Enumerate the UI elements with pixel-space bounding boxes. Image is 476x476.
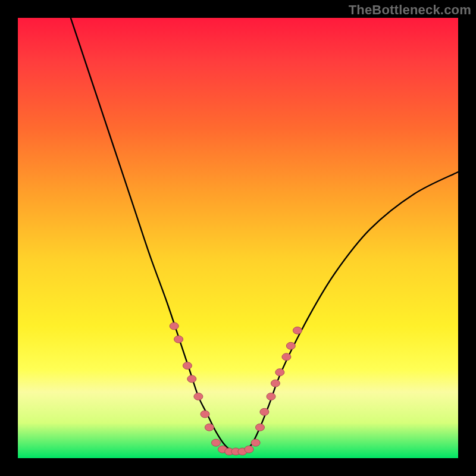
marker-group (170, 322, 302, 455)
data-marker (245, 446, 253, 453)
watermark-text: TheBottleneck.com (349, 2, 471, 18)
chart-svg (18, 18, 458, 458)
data-marker (174, 336, 183, 343)
chart-frame: TheBottleneck.com (0, 0, 476, 476)
data-marker (205, 424, 214, 431)
plot-area (18, 18, 458, 458)
data-marker (194, 393, 203, 400)
data-marker (271, 380, 280, 387)
bottleneck-curve-path (71, 18, 458, 452)
data-marker (260, 408, 269, 415)
data-marker (170, 322, 178, 330)
data-marker (256, 424, 265, 431)
data-marker (201, 411, 209, 418)
data-marker (286, 342, 295, 349)
data-marker (293, 327, 302, 334)
data-marker (212, 439, 221, 446)
data-marker (183, 362, 192, 369)
data-marker (267, 393, 275, 400)
data-marker (282, 353, 291, 361)
data-marker (251, 439, 260, 446)
data-marker (275, 369, 284, 376)
data-marker (187, 375, 196, 383)
